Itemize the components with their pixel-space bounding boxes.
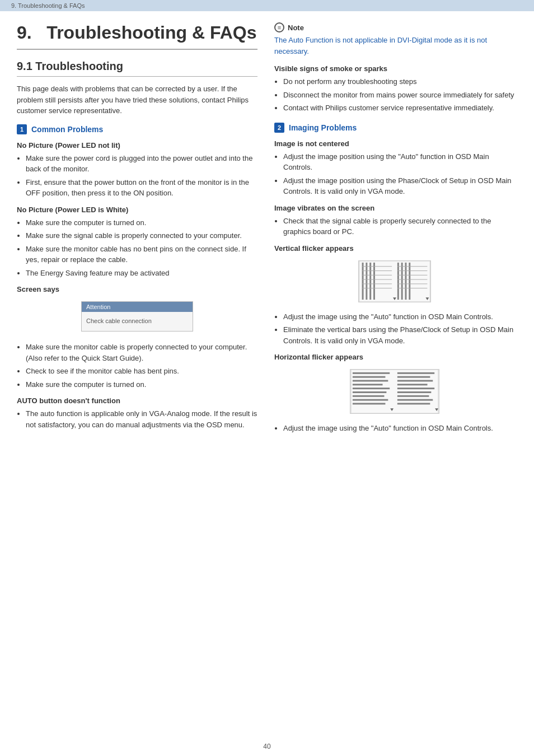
list-item: Adjust the image position using the Phas…	[283, 175, 515, 197]
screen-says-dialog-title: Attention	[82, 302, 193, 312]
note-box: ≡ Note The Auto Function is not applicab…	[274, 22, 515, 57]
image-not-centered-heading: Image is not centered	[274, 139, 515, 148]
list-item: Adjust the image using the "Auto" functi…	[283, 423, 515, 434]
svg-rect-35	[397, 380, 433, 382]
content-area: 9. Troubleshooting & FAQs 9.1 Troublesho…	[0, 11, 534, 737]
list-item: Check to see if the monitor cable has be…	[26, 366, 257, 377]
vertical-flicker-image	[358, 260, 431, 302]
svg-rect-4	[373, 262, 375, 299]
note-icon: ≡	[274, 22, 284, 32]
list-item: Eliminate the vertical bars using the Ph…	[283, 324, 515, 346]
list-item: First, ensure that the power button on t…	[26, 177, 257, 199]
svg-rect-39	[397, 395, 429, 397]
no-picture-led-white-heading: No Picture (Power LED is White)	[17, 206, 257, 214]
section-91-title: 9.1 Troubleshooting	[17, 60, 257, 77]
imaging-problems-badge: 2	[274, 123, 284, 133]
right-column: ≡ Note The Auto Function is not applicab…	[274, 22, 515, 726]
list-item: Check that the signal cable is properly …	[283, 216, 515, 237]
visible-signs-list: Do not perform any troubleshooting steps…	[283, 76, 515, 114]
svg-rect-36	[397, 384, 428, 385]
common-problems-header: 1 Common Problems	[17, 124, 257, 134]
list-item: Make sure the signal cable is properly c…	[26, 230, 257, 241]
svg-rect-26	[353, 380, 388, 382]
screen-says-heading: Screen says	[17, 285, 257, 293]
svg-rect-32	[353, 403, 386, 404]
svg-rect-37	[397, 388, 434, 389]
list-item: Make sure the monitor cable has no bent …	[26, 244, 257, 265]
horizontal-flicker-heading: Horizontal flicker appears	[274, 353, 515, 361]
svg-rect-24	[353, 372, 390, 374]
no-picture-led-not-lit-list: Make sure the power cord is plugged into…	[26, 153, 257, 199]
intro-text: This page deals with problems that can b…	[17, 83, 257, 116]
auto-button-list: The auto function is applicable only in …	[26, 408, 257, 430]
svg-rect-3	[369, 262, 371, 299]
svg-rect-33	[397, 372, 434, 374]
horizontal-flicker-image	[350, 369, 439, 414]
breadcrumb: 9. Troubleshooting & FAQs	[0, 0, 534, 11]
list-item: Adjust the image using the "Auto" functi…	[283, 311, 515, 323]
image-not-centered-list: Adjust the image position using the "Aut…	[283, 151, 515, 197]
svg-rect-8	[409, 262, 410, 299]
no-picture-led-white-list: Make sure the computer is turned on. Mak…	[26, 217, 257, 279]
screen-says-list: Make sure the monitor cable is properly …	[26, 342, 257, 390]
note-text: The Auto Function is not applicable in D…	[274, 35, 515, 57]
svg-rect-28	[353, 388, 390, 389]
chapter-title: 9. Troubleshooting & FAQs	[17, 22, 257, 50]
svg-rect-1	[362, 262, 364, 299]
svg-rect-5	[397, 262, 399, 299]
image-vibrates-list: Check that the signal cable is properly …	[283, 216, 515, 237]
svg-rect-34	[397, 376, 430, 378]
horizontal-flicker-list: Adjust the image using the "Auto" functi…	[283, 423, 515, 434]
svg-rect-40	[397, 399, 433, 401]
image-vibrates-heading: Image vibrates on the screen	[274, 204, 515, 212]
svg-rect-30	[353, 395, 385, 397]
page-number: 40	[0, 737, 534, 756]
svg-rect-6	[401, 262, 403, 299]
list-item: The Energy Saving feature may be activat…	[26, 268, 257, 279]
svg-rect-31	[353, 399, 388, 401]
vertical-flicker-heading: Vertical flicker appears	[274, 244, 515, 253]
list-item: Make sure the computer is turned on.	[26, 217, 257, 228]
svg-rect-27	[353, 384, 383, 385]
screen-says-dialog: Attention Check cable connection	[81, 301, 193, 332]
note-title: ≡ Note	[274, 22, 515, 32]
list-item: Make sure the power cord is plugged into…	[26, 153, 257, 175]
svg-rect-25	[353, 376, 386, 378]
imaging-problems-header: 2 Imaging Problems	[274, 123, 515, 133]
common-problems-label: Common Problems	[31, 125, 103, 134]
common-problems-badge: 1	[17, 124, 27, 134]
svg-rect-38	[397, 391, 431, 393]
svg-rect-2	[366, 262, 367, 299]
list-item: Disconnect the monitor from mains power …	[283, 90, 515, 101]
svg-rect-29	[353, 391, 386, 393]
list-item: Do not perform any troubleshooting steps	[283, 76, 515, 87]
list-item: Make sure the monitor cable is properly …	[26, 342, 257, 363]
visible-signs-heading: Visible signs of smoke or sparks	[274, 64, 515, 73]
list-item: The auto function is applicable only in …	[26, 408, 257, 430]
imaging-problems-label: Imaging Problems	[289, 123, 357, 132]
no-picture-led-not-lit-heading: No Picture (Power LED not lit)	[17, 141, 257, 150]
vertical-flicker-list: Adjust the image using the "Auto" functi…	[283, 311, 515, 347]
svg-rect-41	[397, 403, 430, 404]
list-item: Contact with Philips customer service re…	[283, 102, 515, 114]
list-item: Make sure the computer is turned on.	[26, 379, 257, 390]
left-column: 9. Troubleshooting & FAQs 9.1 Troublesho…	[17, 22, 257, 726]
page: 9. Troubleshooting & FAQs 9. Troubleshoo…	[0, 0, 534, 756]
list-item: Adjust the image position using the "Aut…	[283, 151, 515, 173]
svg-rect-7	[405, 262, 406, 299]
screen-says-dialog-body: Check cable connection	[82, 312, 193, 331]
auto-button-heading: AUTO button doesn't function	[17, 396, 257, 405]
